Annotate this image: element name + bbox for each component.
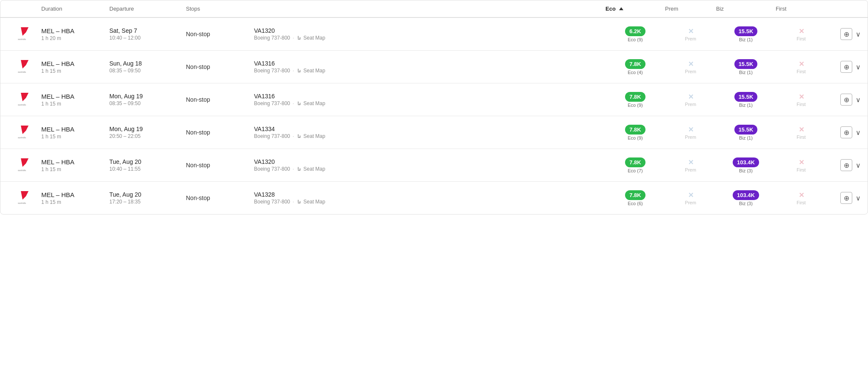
departure-col: Tue, Aug 20 17:20 – 18:35 xyxy=(109,191,186,205)
eco-price-badge[interactable]: 7.8K xyxy=(625,157,645,167)
expand-button[interactable]: ∨ xyxy=(856,63,861,71)
biz-price-col: 15.5K Biz (1) xyxy=(716,92,776,108)
stops-col: Non-stop xyxy=(186,195,254,201)
actions-col: ⊕ ∨ xyxy=(827,192,861,204)
stops-col: Non-stop xyxy=(186,63,254,70)
flight-number: VA1328 xyxy=(254,191,605,198)
prem-col: ✕ Prem xyxy=(665,93,716,107)
aircraft-info: Boeing 737-800 · Seat Map xyxy=(254,133,605,139)
departure-time: 10:40 – 12:00 xyxy=(109,35,186,41)
expand-button[interactable]: ∨ xyxy=(856,30,861,38)
route-col: MEL – HBA 1 h 15 m xyxy=(41,158,109,172)
svg-text:australia: australia xyxy=(18,71,26,73)
duration-text: 1 h 15 m xyxy=(41,166,109,172)
departure-col: Mon, Aug 19 08:35 – 09:50 xyxy=(109,93,186,106)
expand-button[interactable]: ∨ xyxy=(856,129,861,137)
prem-unavailable-icon: ✕ xyxy=(688,191,694,199)
expand-button[interactable]: ∨ xyxy=(856,96,861,104)
seat-map-link[interactable]: Seat Map xyxy=(303,100,325,106)
table-row: australia MEL – HBA 1 h 20 m Sat, Sep 7 … xyxy=(0,18,868,51)
biz-price-badge[interactable]: 15.5K xyxy=(734,26,758,36)
first-label: First xyxy=(797,69,805,74)
biz-price-badge[interactable]: 15.5K xyxy=(734,59,758,69)
header-eco[interactable]: Eco xyxy=(605,6,665,12)
aircraft-name: Boeing 737-800 xyxy=(254,68,290,74)
departure-date: Mon, Aug 19 xyxy=(109,93,186,100)
biz-seats-label: Biz (1) xyxy=(739,70,753,75)
prem-label: Prem xyxy=(685,200,696,205)
svg-text:australia: australia xyxy=(18,38,26,40)
separator: · xyxy=(293,199,294,205)
table-row: australia MEL – HBA 1 h 15 m Tue, Aug 20… xyxy=(0,149,868,182)
eco-price-badge[interactable]: 7.8K xyxy=(625,125,645,134)
seat-map-link[interactable]: Seat Map xyxy=(303,199,325,205)
eco-price-badge[interactable]: 7.8K xyxy=(625,92,645,102)
eco-price-col: 7.8K Eco (7) xyxy=(605,157,665,173)
table-row: australia MEL – HBA 1 h 15 m Sun, Aug 18… xyxy=(0,51,868,83)
biz-price-badge[interactable]: 15.5K xyxy=(734,125,758,134)
duration-text: 1 h 15 m xyxy=(41,199,109,205)
prem-label: Prem xyxy=(685,102,696,107)
departure-col: Sun, Aug 18 08:35 – 09:50 xyxy=(109,60,186,74)
eco-price-col: 7.8K Eco (9) xyxy=(605,92,665,108)
flight-number: VA1320 xyxy=(254,158,605,165)
biz-seats-label: Biz (1) xyxy=(739,135,753,140)
flights-list: australia MEL – HBA 1 h 20 m Sat, Sep 7 … xyxy=(0,18,868,214)
route-col: MEL – HBA 1 h 20 m xyxy=(41,27,109,41)
table-row: australia MEL – HBA 1 h 15 m Mon, Aug 19… xyxy=(0,83,868,116)
expand-button[interactable]: ∨ xyxy=(856,194,861,202)
eco-price-col: 7.8K Eco (9) xyxy=(605,125,665,140)
add-button[interactable]: ⊕ xyxy=(840,126,852,138)
airline-logo: australia xyxy=(7,189,41,207)
svg-text:australia: australia xyxy=(18,202,26,204)
route-col: MEL – HBA 1 h 15 m xyxy=(41,60,109,74)
header-departure: Departure xyxy=(109,6,186,12)
flight-info-col: VA1320 Boeing 737-800 · Seat Map xyxy=(254,27,605,41)
biz-price-badge[interactable]: 15.5K xyxy=(734,92,758,102)
first-label: First xyxy=(797,102,805,107)
eco-seats-label: Eco (9) xyxy=(628,103,642,108)
actions-col: ⊕ ∨ xyxy=(827,94,861,106)
add-button[interactable]: ⊕ xyxy=(840,28,852,40)
departure-date: Sun, Aug 18 xyxy=(109,60,186,67)
eco-price-badge[interactable]: 6.2K xyxy=(625,26,645,36)
add-button[interactable]: ⊕ xyxy=(840,94,852,106)
expand-button[interactable]: ∨ xyxy=(856,161,861,169)
seat-map-link[interactable]: Seat Map xyxy=(303,35,325,41)
prem-unavailable-icon: ✕ xyxy=(688,93,694,101)
seat-map-link[interactable]: Seat Map xyxy=(303,68,325,74)
first-col: ✕ First xyxy=(776,60,827,74)
actions-col: ⊕ ∨ xyxy=(827,61,861,73)
first-unavailable-icon: ✕ xyxy=(799,93,804,101)
eco-price-badge[interactable]: 7.8K xyxy=(625,190,645,200)
aircraft-name: Boeing 737-800 xyxy=(254,35,290,41)
seat-map-link[interactable]: Seat Map xyxy=(303,166,325,172)
sort-arrow-icon xyxy=(619,7,623,10)
eco-price-badge[interactable]: 7.8K xyxy=(625,59,645,69)
biz-price-col: 15.5K Biz (1) xyxy=(716,26,776,42)
header-biz: Biz xyxy=(716,6,776,12)
table-row: australia MEL – HBA 1 h 15 m Tue, Aug 20… xyxy=(0,182,868,214)
add-button[interactable]: ⊕ xyxy=(840,61,852,73)
add-button[interactable]: ⊕ xyxy=(840,192,852,204)
first-unavailable-icon: ✕ xyxy=(799,158,804,166)
biz-price-badge[interactable]: 103.4K xyxy=(733,190,759,200)
seat-map-link[interactable]: Seat Map xyxy=(303,133,325,139)
add-button[interactable]: ⊕ xyxy=(840,159,852,171)
departure-time: 10:40 – 11:55 xyxy=(109,166,186,172)
eco-price-col: 6.2K Eco (9) xyxy=(605,26,665,42)
biz-price-badge[interactable]: 103.4K xyxy=(733,157,759,167)
eco-price-col: 7.8K Eco (6) xyxy=(605,190,665,206)
flight-number: VA1316 xyxy=(254,60,605,67)
header-first: First xyxy=(776,6,827,12)
airline-logo: australia xyxy=(7,25,41,43)
prem-label: Prem xyxy=(685,167,696,172)
prem-label: Prem xyxy=(685,69,696,74)
first-col: ✕ First xyxy=(776,27,827,41)
departure-time: 17:20 – 18:35 xyxy=(109,199,186,205)
aircraft-info: Boeing 737-800 · Seat Map xyxy=(254,68,605,74)
first-unavailable-icon: ✕ xyxy=(799,27,804,35)
first-label: First xyxy=(797,200,805,205)
table-header: Duration Departure Stops Eco Prem Biz Fi… xyxy=(0,0,868,18)
first-label: First xyxy=(797,36,805,41)
